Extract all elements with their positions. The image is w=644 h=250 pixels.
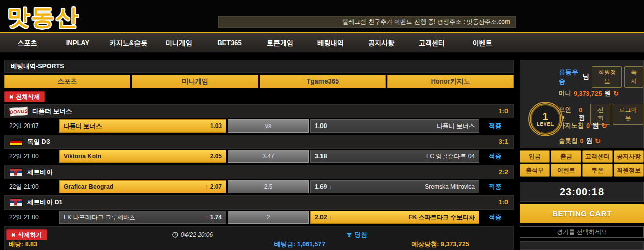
away-pick-cell[interactable]: 3.18 FC 잉골슈타트 04 [310,150,479,163]
nav-item-inplay[interactable]: INPLAY [53,33,103,52]
bet-status: 적중 [480,122,511,131]
money-unit: 원 [605,89,611,98]
betting-history-panel: 베팅내역-SPORTS 스포츠 미니게임 Tgame365 Honor카지노 ✖… [4,60,514,250]
away-team: FC 잉골슈타트 04 [426,152,475,161]
main-nav: 스포츠 INPLAY 카지노&슬롯 미니게임 BET365 토큰게임 베팅내역 … [0,33,644,53]
home-pick-cell[interactable]: Graficar Beograd ↑ 2.07 [59,180,226,193]
bonus-badge-icon: BONUS [9,106,28,116]
betting-cart-button[interactable]: BETTING CART [520,204,644,223]
notice-bar: 텔레그램 친구추가 이벤트 진행 중! 평생주소 : 맛동산주소.com [218,16,516,28]
bet-row: 22일 21:00 FK 나프레다크 크루셰바츠 ↑ 1.74 2 2.02 ↓ [4,210,514,225]
quick-menu: 입금 출금 고객센터 공지사항 출석부 이벤트 쿠폰 회원정보 [520,150,644,177]
content: 베팅내역-SPORTS 스포츠 미니게임 Tgame365 Honor카지노 ✖… [0,53,644,250]
page-title: 베팅내역-SPORTS [4,60,514,73]
nav-item-notice[interactable]: 공지사항 [356,33,406,52]
nav-item-tokengame[interactable]: 토큰게임 [255,33,305,52]
refresh-icon[interactable]: ↻ [595,137,601,145]
bet-placed-time: 04/22 20:06 [172,231,213,238]
draw-cell[interactable]: 3.47 [228,150,309,163]
slot-chip-value: 0 [580,138,584,145]
serbia-flag-icon [10,198,23,206]
draw-cell[interactable]: vs [228,119,309,133]
draw-cell[interactable]: 2 [228,211,309,224]
bet-slip-footer: ✖ 삭제하기 04/22 20:06 당첨 배 [4,226,514,250]
up-arrow-icon: ↑ [205,183,208,190]
quick-button-member-info[interactable]: 회원정보 [614,164,644,177]
home-team: Graficar Beograd [64,183,113,190]
money-row: 머니 9,373,725 원 ↻ [559,89,619,98]
away-team: 다폴더 보너스 [437,122,475,131]
away-pick-cell[interactable]: 1.69 ↓ Sremska Mitrovica [310,180,479,193]
home-pick-cell[interactable]: Viktoria Koln 2.05 [59,150,226,163]
nav-item-casino-slot[interactable]: 카지노&슬롯 [103,33,154,52]
bet-row: 22일 20:07 다폴더 보너스 1.03 vs 1.00 다폴더 보너스 적… [4,118,514,134]
tab-minigame[interactable]: 미니게임 [132,75,258,88]
quick-button-customer-center[interactable]: 고객센터 [582,150,613,163]
home-pick-cell[interactable]: FK 나프레다크 크루셰바츠 ↑ 1.74 [59,211,226,224]
quick-button-notice[interactable]: 공지사항 [614,150,644,163]
match-time: 22일 21:00 [4,213,59,222]
member-info-button[interactable]: 회원정보 [592,66,622,88]
sidebar: 류동우승 님 회원정보 쪽지 머니 9,373,725 원 ↻ 포인트 0점 전… [520,60,644,250]
home-team: 다폴더 보너스 [64,122,102,131]
league-name: 독일 D3 [27,138,50,146]
message-button[interactable]: 쪽지 [624,66,643,88]
quick-button-withdraw[interactable]: 출금 [551,150,581,163]
level-text: LEVEL [537,121,554,127]
away-team: FK 스파르타크 수보티차 [408,213,475,222]
away-odds: 1.69 [315,183,327,190]
casino-chip-unit: 원 [592,121,599,130]
quick-button-coupon[interactable]: 쿠폰 [582,164,613,177]
nav-item-event[interactable]: 이벤트 [457,33,508,52]
delete-all-button[interactable]: ✖ 전체삭제 [4,91,45,102]
bet-status: 적중 [480,183,511,191]
league-header: 세르비아 2:2 [4,165,514,179]
league-name: 세르비아 [27,168,53,177]
refresh-icon[interactable]: ↻ [613,90,619,97]
home-odds: 1.74 [210,214,222,221]
draw-value: vs [265,122,271,130]
away-pick-cell[interactable]: 1.00 다폴더 보너스 [310,119,479,133]
quick-button-attendance[interactable]: 출석부 [520,164,550,177]
slot-chip-unit: 원 [586,137,592,145]
user-row: 류동우승 님 회원정보 쪽지 [559,66,643,88]
refresh-icon[interactable]: ↻ [601,122,607,130]
away-odds: 1.00 [315,122,327,130]
username-suffix: 님 [583,72,589,81]
nav-item-betting-history[interactable]: 베팅내역 [305,33,356,52]
away-pick-cell[interactable]: 2.02 ↓ FK 스파르타크 수보티차 [310,211,479,224]
away-odds: 3.18 [315,153,327,160]
username: 류동우승 [559,68,582,86]
tab-honor-casino[interactable]: Honor카지노 [387,75,514,88]
draw-cell[interactable]: 2.5 [228,180,309,193]
tab-sports[interactable]: 스포츠 [4,75,130,88]
nav-item-sports[interactable]: 스포츠 [2,33,53,52]
point-value: 0 [579,107,582,114]
match-score: 1:0 [499,199,508,206]
quick-button-deposit[interactable]: 입금 [520,150,550,163]
nav-item-bet365[interactable]: BET365 [204,33,255,52]
page: 맛동산 텔레그램 친구추가 이벤트 진행 중! 평생주소 : 맛동산주소.com… [0,0,644,250]
away-odds: 2.02 [315,214,327,221]
league-header: 독일 D3 3:1 [4,135,514,149]
quick-button-event[interactable]: 이벤트 [551,164,581,177]
casino-chip-row: 카지노칩 0 원 ↻ [559,121,607,130]
match-score: 3:1 [499,138,508,145]
match-time: 22일 21:00 [4,183,59,191]
nav-item-minigame[interactable]: 미니게임 [154,33,204,52]
x-icon: ✖ [11,232,15,238]
league-name: 세르비아 D1 [27,198,62,207]
server-clock: 23:00:18 [520,182,644,202]
tab-tgame365[interactable]: Tgame365 [260,75,386,88]
home-pick-cell[interactable]: 다폴더 보너스 1.03 [59,119,226,133]
site-logo[interactable]: 맛동산 [7,2,80,32]
serbia-flag-icon [10,168,23,176]
down-arrow-icon: ↓ [329,183,332,190]
logout-button[interactable]: 로그아웃 [613,104,643,125]
point-unit: 점 [579,114,585,121]
draw-value: 2 [267,214,270,221]
home-team: FK 나프레다크 크루셰바츠 [64,213,135,222]
delete-bet-label: 삭제하기 [18,231,42,239]
delete-bet-button[interactable]: ✖ 삭제하기 [6,229,47,240]
nav-item-customer-center[interactable]: 고객센터 [406,33,457,52]
